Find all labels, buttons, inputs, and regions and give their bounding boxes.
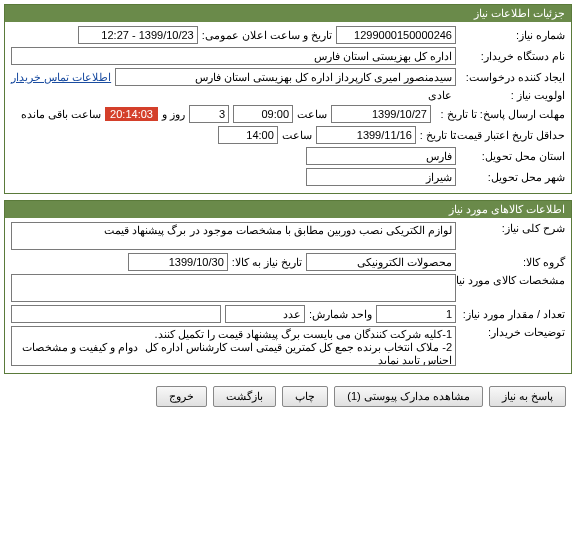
reply-button[interactable]: پاسخ به نیاز — [489, 386, 566, 407]
min-valid-time-field[interactable] — [218, 126, 278, 144]
days-label: روز و — [162, 108, 185, 121]
need-by-label: تاریخ نیاز به کالا: — [232, 256, 302, 269]
deadline-label: مهلت ارسال پاسخ: تا تاریخ : — [435, 108, 565, 121]
notes-field[interactable] — [11, 326, 456, 366]
need-no-label: شماره نیاز: — [460, 29, 565, 42]
need-details-header: جزئیات اطلاعات نیاز — [5, 5, 571, 22]
qty-label: تعداد / مقدار مورد نیاز: — [460, 308, 565, 321]
gen-desc-label: شرح کلی نیاز: — [460, 222, 565, 235]
goods-info-panel: اطلاعات کالاهای مورد نیاز شرح کلی نیاز: … — [4, 200, 572, 374]
extra-field[interactable] — [11, 305, 221, 323]
public-announce-field[interactable] — [78, 26, 198, 44]
min-valid-label: حداقل تاریخ اعتبار قیمت: — [460, 129, 565, 142]
city-field[interactable] — [306, 168, 456, 186]
action-buttons: پاسخ به نیاز مشاهده مدارک پیوستی (1) چاپ… — [4, 380, 572, 413]
province-field[interactable] — [306, 147, 456, 165]
need-no-field[interactable] — [336, 26, 456, 44]
unit-field[interactable] — [225, 305, 305, 323]
contact-link[interactable]: اطلاعات تماس خریدار — [11, 71, 111, 84]
group-label: گروه کالا: — [460, 256, 565, 269]
buyer-org-field[interactable] — [11, 47, 456, 65]
public-announce-label: تاریخ و ساعت اعلان عمومی: — [202, 29, 332, 42]
gen-desc-field[interactable] — [11, 222, 456, 250]
creator-label: ایجاد کننده درخواست: — [460, 71, 565, 84]
min-valid-date-field[interactable] — [316, 126, 416, 144]
deadline-date-field[interactable] — [331, 105, 431, 123]
deadline-time-label: ساعت — [297, 108, 327, 121]
print-button[interactable]: چاپ — [282, 386, 328, 407]
to-date-label: تا تاریخ : — [420, 129, 456, 142]
specs-label: مشخصات کالای مورد نیاز: — [460, 274, 565, 287]
deadline-time-field[interactable] — [233, 105, 293, 123]
buyer-org-label: نام دستگاه خریدار: — [460, 50, 565, 63]
back-button[interactable]: بازگشت — [213, 386, 276, 407]
creator-field[interactable] — [115, 68, 456, 86]
attachments-button[interactable]: مشاهده مدارک پیوستی (1) — [334, 386, 483, 407]
need-details-panel: جزئیات اطلاعات نیاز شماره نیاز: تاریخ و … — [4, 4, 572, 194]
remain-label: ساعت باقی مانده — [21, 108, 101, 121]
unit-label: واحد شمارش: — [309, 308, 372, 321]
goods-info-header: اطلاعات کالاهای مورد نیاز — [5, 201, 571, 218]
exit-button[interactable]: خروج — [156, 386, 207, 407]
need-details-body: شماره نیاز: تاریخ و ساعت اعلان عمومی: نا… — [5, 22, 571, 193]
days-count-field[interactable] — [189, 105, 229, 123]
group-field[interactable] — [306, 253, 456, 271]
city-label: شهر محل تحویل: — [460, 171, 565, 184]
notes-label: توضیحات خریدار: — [460, 326, 565, 339]
priority-value: عادی — [424, 89, 456, 102]
specs-field[interactable] — [11, 274, 456, 302]
goods-info-body: شرح کلی نیاز: گروه کالا: تاریخ نیاز به ک… — [5, 218, 571, 373]
priority-label: اولویت نیاز : — [460, 89, 565, 102]
min-valid-time-label: ساعت — [282, 129, 312, 142]
need-by-field[interactable] — [128, 253, 228, 271]
countdown-badge: 20:14:03 — [105, 107, 158, 121]
province-label: استان محل تحویل: — [460, 150, 565, 163]
qty-field[interactable] — [376, 305, 456, 323]
